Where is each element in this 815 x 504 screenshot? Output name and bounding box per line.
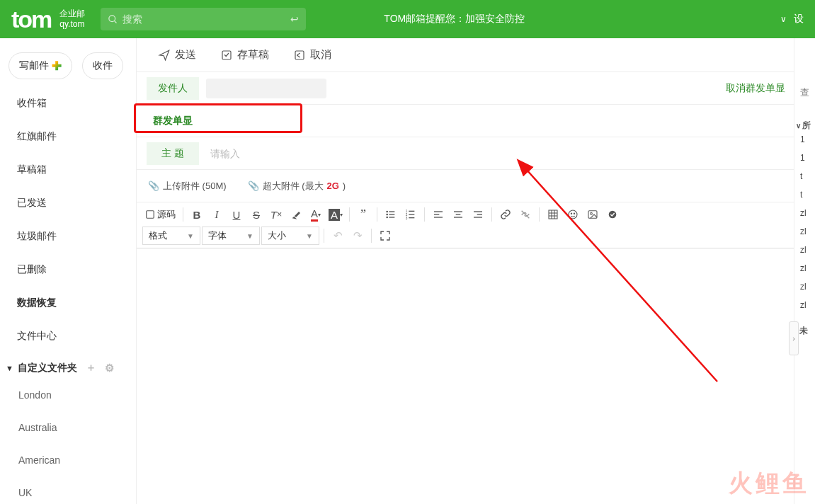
align-center-button[interactable] xyxy=(449,205,467,224)
send-icon xyxy=(158,49,171,62)
link-icon xyxy=(500,209,511,220)
folder-american[interactable]: American xyxy=(0,444,136,476)
sender-value[interactable] xyxy=(206,79,326,98)
align-left-button[interactable] xyxy=(429,205,448,224)
font-color-button[interactable]: A▾ xyxy=(307,205,325,224)
send-label: 发送 xyxy=(175,48,196,62)
contact-item[interactable]: zl xyxy=(794,282,815,300)
right-pane: 查 ∨所 1 1 t t zl zl zl zl zl zl ›未 › xyxy=(794,38,815,504)
custom-folder-header[interactable]: ▼ 自定义文件夹 ＋ ⚙ xyxy=(0,353,136,379)
contact-item[interactable]: t xyxy=(794,171,815,190)
paste-button[interactable] xyxy=(603,205,622,224)
sidebar-sent[interactable]: 已发送 xyxy=(0,186,136,219)
contact-item[interactable]: zl xyxy=(794,245,815,263)
link-button[interactable] xyxy=(496,205,515,224)
cancel-button[interactable]: 取消 xyxy=(293,48,331,62)
search-input[interactable] xyxy=(122,13,290,25)
brand-line2: qy.tom xyxy=(59,19,85,30)
font-label: 字体 xyxy=(208,229,227,242)
sidebar-files[interactable]: 文件中心 xyxy=(0,319,136,353)
upload-attachment[interactable]: 📎 上传附件 (50M) xyxy=(148,180,227,193)
svg-point-38 xyxy=(591,212,593,214)
image-button[interactable] xyxy=(583,205,602,224)
send-button[interactable]: 发送 xyxy=(158,48,196,62)
format-select[interactable]: 格式▼ xyxy=(142,227,200,245)
upload-label: 上传附件 (50M) xyxy=(163,180,227,193)
align-right-button[interactable] xyxy=(469,205,487,224)
sidebar-draft[interactable]: 草稿箱 xyxy=(0,153,136,186)
highlight-button[interactable] xyxy=(287,205,305,224)
undo-button[interactable]: ↶ xyxy=(329,227,347,245)
contact-item[interactable]: zl xyxy=(794,227,815,245)
bg-color-button[interactable]: A▾ xyxy=(326,205,345,224)
ul-button[interactable] xyxy=(382,205,400,224)
big-attachment[interactable]: 📎 超大附件 (最大 2G) xyxy=(248,180,346,193)
sidebar-inbox[interactable]: 收件箱 xyxy=(0,86,136,120)
draft-label: 存草稿 xyxy=(237,48,269,62)
format-label: 格式 xyxy=(149,229,167,242)
contact-item[interactable]: 1 xyxy=(794,153,815,171)
underline-button[interactable]: U xyxy=(227,205,246,224)
top-right: ∨ 设 xyxy=(780,13,804,25)
gear-icon[interactable]: ⚙ xyxy=(105,362,114,374)
align-right-icon xyxy=(472,209,484,220)
redo-button[interactable]: ↷ xyxy=(348,227,367,245)
folder-uk[interactable]: UK xyxy=(0,476,136,504)
font-select[interactable]: 字体▼ xyxy=(202,227,260,245)
svg-text:3: 3 xyxy=(406,217,408,220)
receive-button[interactable]: 收件 xyxy=(82,52,123,79)
strike-button[interactable]: S xyxy=(247,205,266,224)
fullscreen-icon xyxy=(380,230,391,241)
sidebar: 写邮件 ✚ 收件 收件箱 红旗邮件 草稿箱 已发送 垃圾邮件 已删除 数据恢复 … xyxy=(0,38,136,504)
unlink-button[interactable] xyxy=(516,205,535,224)
sidebar-recover[interactable]: 数据恢复 xyxy=(0,286,136,319)
contact-item[interactable]: zl xyxy=(794,300,815,319)
emoji-button[interactable] xyxy=(564,205,582,224)
cancel-label: 取消 xyxy=(310,48,331,62)
compose-button[interactable]: 写邮件 ✚ xyxy=(8,52,72,79)
pane-expander[interactable]: › xyxy=(789,321,799,355)
subject-input[interactable] xyxy=(199,148,794,159)
svg-rect-16 xyxy=(409,214,414,214)
subject-label: 主 题 xyxy=(147,142,199,165)
quote-button[interactable]: ” xyxy=(354,205,372,224)
fullscreen-button[interactable] xyxy=(376,227,394,245)
right-search[interactable]: 查 xyxy=(800,86,809,99)
add-folder-icon[interactable]: ＋ xyxy=(86,361,96,374)
folder-australia[interactable]: Australia xyxy=(0,411,136,444)
sidebar-flag[interactable]: 红旗邮件 xyxy=(0,120,136,153)
svg-line-1 xyxy=(115,21,117,23)
save-draft-button[interactable]: 存草稿 xyxy=(220,48,269,62)
search-box[interactable]: ↩ xyxy=(101,8,306,30)
attachment-row: 📎 上传附件 (50M) 📎 超大附件 (最大 2G) xyxy=(137,170,794,202)
cancel-group-link[interactable]: 取消群发单显 xyxy=(726,82,785,95)
source-icon xyxy=(145,210,155,219)
settings-link[interactable]: 设 xyxy=(794,13,804,25)
sidebar-deleted[interactable]: 已删除 xyxy=(0,253,136,286)
svg-rect-6 xyxy=(147,211,154,219)
bold-button[interactable]: B xyxy=(188,205,206,224)
sidebar-trash[interactable]: 垃圾邮件 xyxy=(0,219,136,253)
svg-rect-12 xyxy=(389,217,394,217)
search-icon xyxy=(108,14,118,25)
group-send-row[interactable]: 群发单显 xyxy=(137,105,794,137)
contact-item[interactable]: zl xyxy=(794,263,815,282)
contact-item[interactable]: 1 xyxy=(794,134,815,153)
draft-icon xyxy=(220,49,233,62)
italic-button[interactable]: I xyxy=(207,205,226,224)
size-select[interactable]: 大小▼ xyxy=(261,227,319,245)
triangle-down-icon: ▼ xyxy=(6,364,13,372)
user-menu-chevron-icon[interactable]: ∨ xyxy=(780,14,787,24)
contact-item[interactable]: t xyxy=(794,190,815,208)
clear-format-button[interactable]: T× xyxy=(267,205,285,224)
table-button[interactable] xyxy=(544,205,562,224)
logo: tom xyxy=(11,6,51,33)
contact-item[interactable]: zl xyxy=(794,208,815,227)
folder-london[interactable]: London xyxy=(0,379,136,411)
source-button[interactable]: 源码 xyxy=(142,208,178,221)
ol-button[interactable]: 123 xyxy=(401,205,420,224)
right-header[interactable]: ∨所 xyxy=(794,116,815,134)
svg-rect-14 xyxy=(409,211,414,212)
emoji-icon xyxy=(567,209,579,220)
editor-area[interactable] xyxy=(137,248,794,496)
